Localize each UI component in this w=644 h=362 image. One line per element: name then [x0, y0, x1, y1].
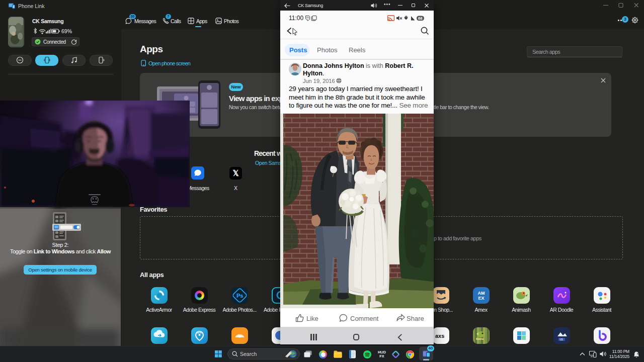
svg-text:axs: axs: [435, 333, 444, 339]
svg-text:z: z: [637, 352, 638, 355]
svg-text:US: US: [560, 338, 563, 341]
svg-text:Ps: Ps: [236, 293, 243, 299]
svg-text:68: 68: [418, 16, 422, 21]
svg-text:Battle: Battle: [476, 337, 484, 340]
